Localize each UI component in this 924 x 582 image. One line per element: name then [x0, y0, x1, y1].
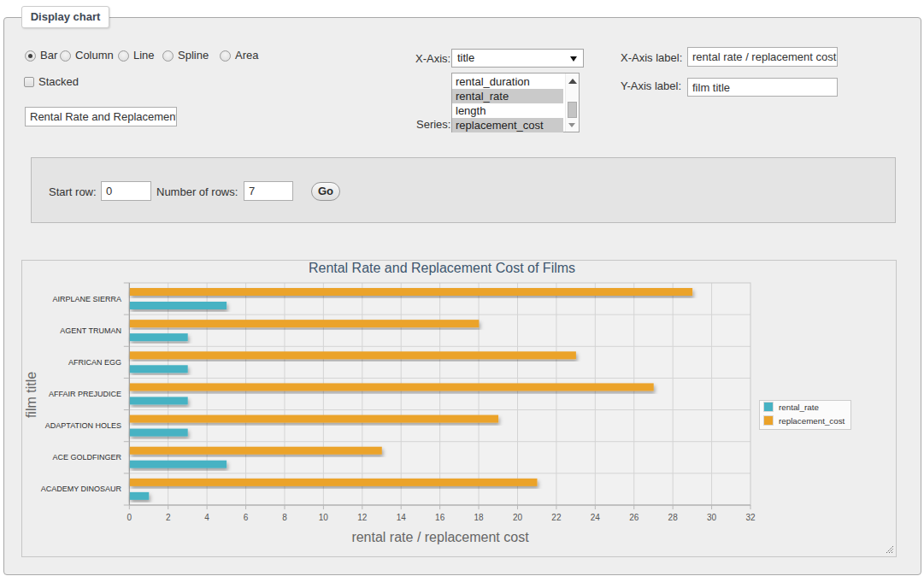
svg-text:rental rate / replacement cost: rental rate / replacement cost — [351, 530, 529, 544]
svg-text:ACE GOLDFINGER: ACE GOLDFINGER — [52, 453, 121, 461]
svg-text:28: 28 — [668, 513, 679, 522]
svg-text:ACADEMY DINOSAUR: ACADEMY DINOSAUR — [41, 485, 122, 493]
svg-text:0: 0 — [127, 513, 132, 522]
svg-text:4: 4 — [204, 513, 209, 522]
svg-text:Rental Rate and Replacement Co: Rental Rate and Replacement Cost of Film… — [309, 261, 575, 275]
svg-text:22: 22 — [551, 513, 562, 522]
svg-text:AFFAIR PREJUDICE: AFFAIR PREJUDICE — [49, 390, 121, 398]
svg-text:24: 24 — [591, 513, 601, 522]
svg-text:6: 6 — [244, 513, 249, 522]
svg-text:26: 26 — [629, 513, 639, 522]
svg-text:30: 30 — [707, 513, 717, 522]
svg-text:16: 16 — [435, 513, 445, 522]
svg-text:2: 2 — [166, 513, 171, 522]
svg-text:10: 10 — [319, 513, 329, 522]
svg-text:18: 18 — [474, 513, 485, 522]
svg-text:8: 8 — [282, 513, 287, 522]
svg-text:14: 14 — [397, 513, 407, 522]
svg-text:ADAPTATION HOLES: ADAPTATION HOLES — [45, 421, 121, 430]
svg-text:12: 12 — [357, 513, 368, 522]
svg-text:32: 32 — [745, 513, 756, 522]
svg-text:film title: film title — [24, 372, 38, 418]
svg-text:rental_rate: rental_rate — [779, 403, 819, 412]
svg-text:AGENT TRUMAN: AGENT TRUMAN — [60, 326, 121, 335]
svg-text:AIRPLANE SIERRA: AIRPLANE SIERRA — [52, 295, 121, 303]
svg-text:replacement_cost: replacement_cost — [779, 416, 845, 426]
svg-text:20: 20 — [513, 513, 523, 522]
svg-text:AFRICAN EGG: AFRICAN EGG — [68, 358, 121, 367]
